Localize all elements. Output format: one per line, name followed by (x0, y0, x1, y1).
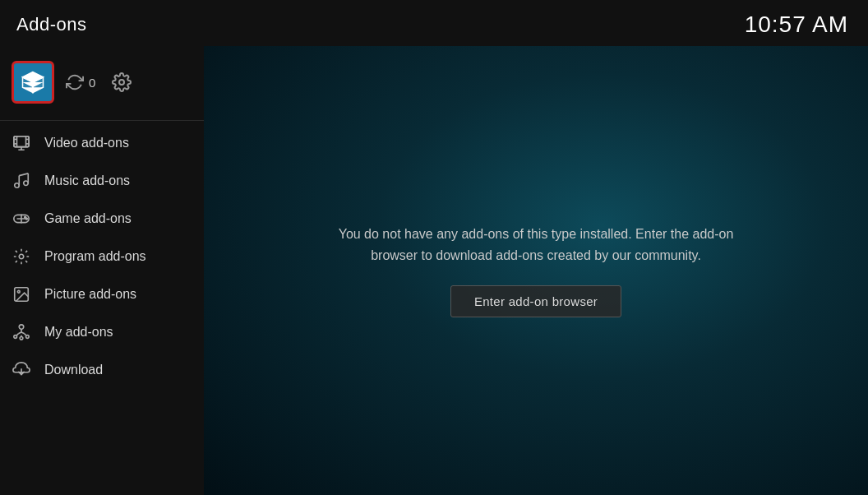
sidebar-item-label: Program add-ons (44, 249, 146, 264)
sidebar-item-label: Music add-ons (44, 173, 130, 188)
refresh-count: 0 (89, 76, 95, 90)
svg-line-17 (19, 173, 28, 176)
settings-icon[interactable] (112, 72, 132, 92)
svg-point-26 (26, 335, 30, 339)
sidebar-item-picture-addons[interactable]: Picture add-ons (0, 275, 204, 313)
svg-point-21 (19, 254, 24, 259)
refresh-icon[interactable] (66, 73, 84, 91)
sidebar-item-label: My add-ons (44, 325, 113, 340)
refresh-area: 0 (66, 73, 95, 91)
program-icon (12, 247, 31, 266)
box-svg-icon (21, 70, 45, 95)
sidebar: 0 (0, 46, 204, 495)
svg-line-29 (25, 334, 26, 335)
sidebar-item-game-addons[interactable]: Game add-ons (0, 200, 204, 238)
addon-box-icon[interactable] (12, 61, 54, 104)
svg-point-4 (119, 80, 124, 85)
sidebar-item-label: Video add-ons (44, 136, 129, 150)
sidebar-item-label: Download (44, 363, 103, 377)
picture-icon (12, 285, 31, 304)
svg-point-13 (15, 183, 20, 188)
content-message: You do not have any add-ons of this type… (314, 224, 758, 266)
svg-line-28 (17, 334, 19, 335)
video-icon (12, 133, 31, 153)
sidebar-item-music-addons[interactable]: Music add-ons (0, 162, 204, 200)
svg-point-20 (26, 218, 28, 220)
system-clock: 10:57 AM (745, 12, 848, 38)
sidebar-top-row: 0 (0, 54, 204, 117)
svg-rect-5 (14, 136, 29, 147)
sidebar-item-download[interactable]: Download (0, 351, 204, 389)
svg-point-27 (20, 337, 23, 340)
main-layout: 0 (0, 46, 868, 495)
sidebar-item-video-addons[interactable]: Video add-ons (0, 124, 204, 162)
sidebar-divider (0, 120, 204, 121)
content-area: You do not have any add-ons of this type… (204, 46, 868, 495)
sidebar-item-program-addons[interactable]: Program add-ons (0, 238, 204, 275)
download-icon (12, 360, 31, 380)
sidebar-item-my-addons[interactable]: My add-ons (0, 313, 204, 351)
svg-point-23 (17, 290, 20, 293)
sidebar-item-label: Game add-ons (44, 211, 132, 226)
game-icon (12, 209, 31, 229)
enter-addon-browser-button[interactable]: Enter add-on browser (450, 285, 621, 317)
sidebar-item-label: Picture add-ons (44, 287, 136, 302)
svg-point-14 (24, 181, 29, 186)
svg-rect-6 (14, 136, 29, 147)
page-title: Add-ons (16, 14, 86, 35)
svg-point-24 (19, 325, 24, 330)
svg-point-25 (14, 335, 17, 339)
my-addons-icon (12, 322, 31, 342)
music-icon (12, 171, 31, 191)
app-header: Add-ons 10:57 AM (0, 0, 868, 46)
